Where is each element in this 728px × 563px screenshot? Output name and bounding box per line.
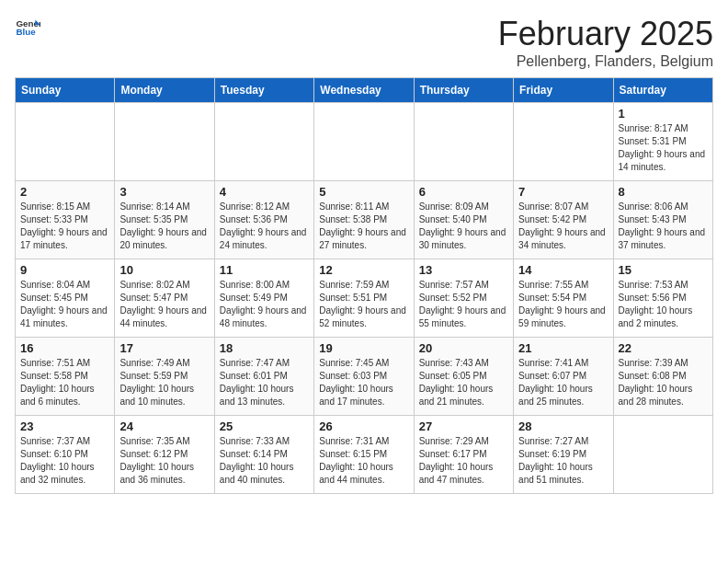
day-number: 23 xyxy=(20,419,109,433)
table-row: 14Sunrise: 7:55 AM Sunset: 5:54 PM Dayli… xyxy=(514,259,613,338)
title-block: February 2025 Pellenberg, Flanders, Belg… xyxy=(498,15,713,70)
header-thursday: Thursday xyxy=(414,78,513,103)
logo: General Blue xyxy=(15,15,40,40)
svg-text:Blue: Blue xyxy=(16,27,36,37)
day-info: Sunrise: 7:45 AM Sunset: 6:03 PM Dayligh… xyxy=(319,357,408,408)
table-row: 15Sunrise: 7:53 AM Sunset: 5:56 PM Dayli… xyxy=(613,259,712,338)
table-row: 1Sunrise: 8:17 AM Sunset: 5:31 PM Daylig… xyxy=(613,103,712,181)
day-info: Sunrise: 7:49 AM Sunset: 5:59 PM Dayligh… xyxy=(119,357,209,408)
location-subtitle: Pellenberg, Flanders, Belgium xyxy=(498,53,713,70)
day-number: 12 xyxy=(319,263,408,277)
day-number: 4 xyxy=(220,185,309,199)
day-number: 28 xyxy=(518,419,608,433)
day-info: Sunrise: 7:57 AM Sunset: 5:52 PM Dayligh… xyxy=(419,279,508,330)
day-info: Sunrise: 8:07 AM Sunset: 5:42 PM Dayligh… xyxy=(518,201,608,252)
day-number: 11 xyxy=(220,263,309,277)
month-year-title: February 2025 xyxy=(498,15,713,53)
header-monday: Monday xyxy=(115,78,214,103)
table-row: 13Sunrise: 7:57 AM Sunset: 5:52 PM Dayli… xyxy=(414,259,513,338)
day-number: 21 xyxy=(518,341,608,355)
day-number: 13 xyxy=(419,263,508,277)
calendar-table: Sunday Monday Tuesday Wednesday Thursday… xyxy=(15,77,713,494)
table-row: 9Sunrise: 8:04 AM Sunset: 5:45 PM Daylig… xyxy=(16,259,115,338)
day-number: 18 xyxy=(220,341,309,355)
day-info: Sunrise: 7:41 AM Sunset: 6:07 PM Dayligh… xyxy=(518,357,608,408)
day-number: 1 xyxy=(619,107,708,121)
day-number: 25 xyxy=(220,419,309,433)
day-number: 8 xyxy=(619,185,708,199)
table-row: 22Sunrise: 7:39 AM Sunset: 6:08 PM Dayli… xyxy=(613,338,712,416)
day-info: Sunrise: 8:09 AM Sunset: 5:40 PM Dayligh… xyxy=(419,201,508,252)
table-row xyxy=(115,103,214,181)
day-number: 27 xyxy=(419,419,508,433)
table-row: 16Sunrise: 7:51 AM Sunset: 5:58 PM Dayli… xyxy=(16,338,115,416)
table-row: 17Sunrise: 7:49 AM Sunset: 5:59 PM Dayli… xyxy=(115,338,214,416)
table-row xyxy=(613,416,712,494)
day-info: Sunrise: 8:12 AM Sunset: 5:36 PM Dayligh… xyxy=(220,201,309,252)
table-row: 12Sunrise: 7:59 AM Sunset: 5:51 PM Dayli… xyxy=(314,259,414,338)
day-info: Sunrise: 7:47 AM Sunset: 6:01 PM Dayligh… xyxy=(220,357,309,408)
day-number: 5 xyxy=(319,185,408,199)
table-row: 28Sunrise: 7:27 AM Sunset: 6:19 PM Dayli… xyxy=(514,416,613,494)
day-info: Sunrise: 7:35 AM Sunset: 6:12 PM Dayligh… xyxy=(119,435,209,487)
day-info: Sunrise: 7:31 AM Sunset: 6:15 PM Dayligh… xyxy=(319,435,408,487)
day-info: Sunrise: 7:43 AM Sunset: 6:05 PM Dayligh… xyxy=(419,357,508,408)
table-row: 11Sunrise: 8:00 AM Sunset: 5:49 PM Dayli… xyxy=(214,259,313,338)
day-number: 9 xyxy=(20,263,109,277)
day-info: Sunrise: 7:37 AM Sunset: 6:10 PM Dayligh… xyxy=(20,435,109,487)
table-row: 7Sunrise: 8:07 AM Sunset: 5:42 PM Daylig… xyxy=(514,181,613,259)
table-row: 26Sunrise: 7:31 AM Sunset: 6:15 PM Dayli… xyxy=(314,416,414,494)
header-tuesday: Tuesday xyxy=(214,78,313,103)
calendar-week-row: 16Sunrise: 7:51 AM Sunset: 5:58 PM Dayli… xyxy=(16,338,713,416)
day-number: 16 xyxy=(20,341,109,355)
day-number: 17 xyxy=(119,341,209,355)
day-info: Sunrise: 7:53 AM Sunset: 5:56 PM Dayligh… xyxy=(619,279,708,330)
day-info: Sunrise: 7:29 AM Sunset: 6:17 PM Dayligh… xyxy=(419,435,508,487)
day-number: 19 xyxy=(319,341,408,355)
day-number: 20 xyxy=(419,341,508,355)
header-friday: Friday xyxy=(514,78,613,103)
day-info: Sunrise: 8:17 AM Sunset: 5:31 PM Dayligh… xyxy=(619,122,708,174)
table-row: 2Sunrise: 8:15 AM Sunset: 5:33 PM Daylig… xyxy=(16,181,115,259)
day-number: 3 xyxy=(119,185,209,199)
day-info: Sunrise: 8:00 AM Sunset: 5:49 PM Dayligh… xyxy=(220,279,309,330)
table-row: 18Sunrise: 7:47 AM Sunset: 6:01 PM Dayli… xyxy=(214,338,313,416)
table-row: 10Sunrise: 8:02 AM Sunset: 5:47 PM Dayli… xyxy=(115,259,214,338)
header-saturday: Saturday xyxy=(613,78,712,103)
day-info: Sunrise: 7:33 AM Sunset: 6:14 PM Dayligh… xyxy=(220,435,309,487)
table-row xyxy=(16,103,115,181)
table-row xyxy=(214,103,313,181)
table-row: 5Sunrise: 8:11 AM Sunset: 5:38 PM Daylig… xyxy=(314,181,414,259)
table-row: 23Sunrise: 7:37 AM Sunset: 6:10 PM Dayli… xyxy=(16,416,115,494)
day-number: 24 xyxy=(119,419,209,433)
table-row xyxy=(414,103,513,181)
table-row: 4Sunrise: 8:12 AM Sunset: 5:36 PM Daylig… xyxy=(214,181,313,259)
table-row: 19Sunrise: 7:45 AM Sunset: 6:03 PM Dayli… xyxy=(314,338,414,416)
day-number: 14 xyxy=(518,263,608,277)
day-number: 6 xyxy=(419,185,508,199)
day-info: Sunrise: 8:11 AM Sunset: 5:38 PM Dayligh… xyxy=(319,201,408,252)
day-info: Sunrise: 8:06 AM Sunset: 5:43 PM Dayligh… xyxy=(619,201,708,252)
table-row xyxy=(314,103,414,181)
day-info: Sunrise: 7:51 AM Sunset: 5:58 PM Dayligh… xyxy=(20,357,109,408)
calendar-header-row: Sunday Monday Tuesday Wednesday Thursday… xyxy=(16,78,713,103)
calendar-week-row: 2Sunrise: 8:15 AM Sunset: 5:33 PM Daylig… xyxy=(16,181,713,259)
day-number: 26 xyxy=(319,419,408,433)
calendar-week-row: 23Sunrise: 7:37 AM Sunset: 6:10 PM Dayli… xyxy=(16,416,713,494)
day-number: 22 xyxy=(619,341,708,355)
logo-icon: General Blue xyxy=(15,15,40,40)
table-row: 8Sunrise: 8:06 AM Sunset: 5:43 PM Daylig… xyxy=(613,181,712,259)
table-row: 3Sunrise: 8:14 AM Sunset: 5:35 PM Daylig… xyxy=(115,181,214,259)
header-wednesday: Wednesday xyxy=(314,78,414,103)
day-info: Sunrise: 7:55 AM Sunset: 5:54 PM Dayligh… xyxy=(518,279,608,330)
table-row: 24Sunrise: 7:35 AM Sunset: 6:12 PM Dayli… xyxy=(115,416,214,494)
day-number: 7 xyxy=(518,185,608,199)
table-row: 6Sunrise: 8:09 AM Sunset: 5:40 PM Daylig… xyxy=(414,181,513,259)
header-sunday: Sunday xyxy=(16,78,115,103)
calendar-week-row: 9Sunrise: 8:04 AM Sunset: 5:45 PM Daylig… xyxy=(16,259,713,338)
day-number: 10 xyxy=(119,263,209,277)
table-row: 20Sunrise: 7:43 AM Sunset: 6:05 PM Dayli… xyxy=(414,338,513,416)
day-number: 2 xyxy=(20,185,109,199)
calendar-week-row: 1Sunrise: 8:17 AM Sunset: 5:31 PM Daylig… xyxy=(16,103,713,181)
day-info: Sunrise: 8:02 AM Sunset: 5:47 PM Dayligh… xyxy=(119,279,209,330)
